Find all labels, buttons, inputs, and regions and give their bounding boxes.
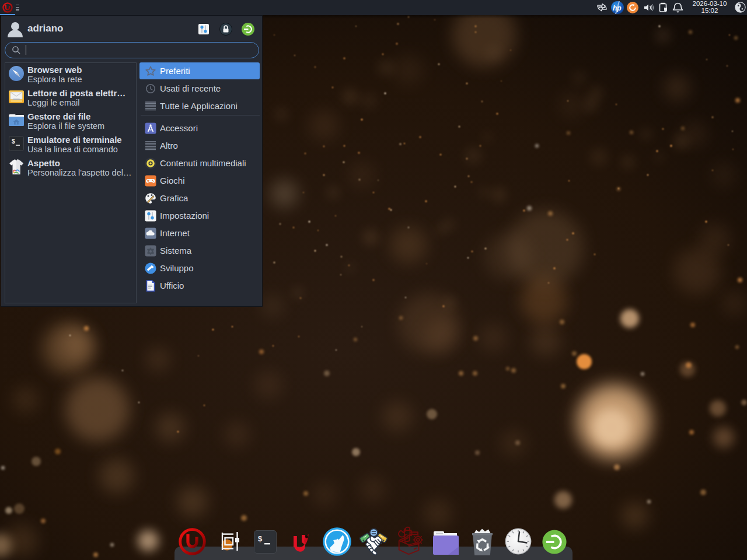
svg-text:$: $ — [12, 138, 15, 145]
svg-text:hp: hp — [613, 4, 622, 12]
svg-text:$: $ — [258, 534, 263, 543]
